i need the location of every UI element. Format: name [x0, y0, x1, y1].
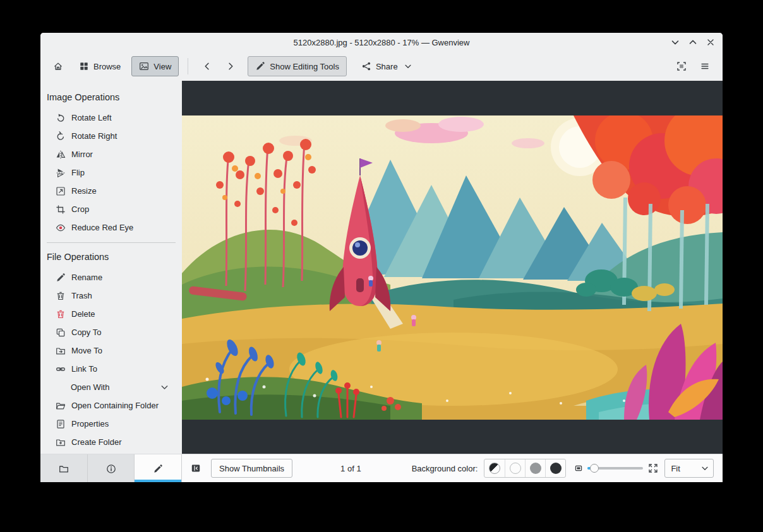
folder-icon — [59, 463, 69, 473]
window-controls — [670, 33, 716, 52]
chevron-down-icon — [160, 382, 169, 392]
sidebar-item-delete[interactable]: Delete — [40, 305, 182, 323]
tab-operations[interactable] — [135, 454, 182, 482]
browse-button[interactable]: Browse — [71, 56, 128, 76]
content-area: Image Operations Rotate Left Rotate Righ… — [40, 81, 723, 454]
background-color-group — [484, 459, 566, 478]
sidebar-item-flip[interactable]: Flip — [40, 163, 182, 182]
chevron-up-icon — [688, 37, 698, 47]
background-color-label: Background color: — [412, 464, 478, 473]
gwenview-window: 5120x2880.jpg - 5120x2880 - 17% — Gwenvi… — [40, 33, 723, 482]
browse-grid-icon — [79, 61, 89, 71]
tab-information[interactable] — [88, 454, 135, 482]
forward-button[interactable] — [220, 56, 241, 76]
menu-button[interactable] — [695, 56, 715, 76]
zoom-mode-value: Fit — [671, 464, 680, 473]
rotate-right-icon — [56, 131, 66, 141]
home-button[interactable] — [48, 56, 68, 76]
image-icon — [139, 61, 149, 71]
operations-sidebar: Image Operations Rotate Left Rotate Righ… — [40, 81, 182, 454]
sidebar-item-rotate-left[interactable]: Rotate Left — [40, 109, 182, 127]
sidebar-item-rotate-right[interactable]: Rotate Right — [40, 127, 182, 145]
folder-new-icon — [56, 437, 66, 447]
chevron-left-icon — [202, 61, 212, 71]
chevron-down-icon — [670, 37, 680, 47]
pencil-icon — [153, 463, 163, 473]
hamburger-icon — [700, 61, 710, 71]
sidebar-item-properties[interactable]: Properties — [40, 415, 182, 433]
toolbar-separator — [188, 58, 188, 74]
delete-icon — [56, 309, 66, 319]
bg-color-auto-swatch — [489, 463, 500, 474]
copy-icon — [56, 328, 66, 338]
statusbar: Show Thumbnails 1 of 1 Background color: — [182, 454, 723, 482]
panel-toggle-icon — [191, 463, 201, 473]
pencil-icon — [255, 61, 265, 71]
zoom-mode-select[interactable]: Fit — [664, 459, 714, 478]
properties-icon — [56, 419, 66, 429]
view-button[interactable]: View — [131, 56, 179, 76]
browse-label: Browse — [93, 62, 121, 71]
sidebar-item-move-to[interactable]: Move To — [40, 341, 182, 360]
mirror-icon — [56, 150, 66, 160]
window-title: 5120x2880.jpg - 5120x2880 - 17% — Gwenvi… — [294, 38, 470, 47]
show-thumbnails-button[interactable]: Show Thumbnails — [211, 459, 292, 478]
zoom-out-icon[interactable] — [574, 463, 584, 473]
page-indicator: 1 of 1 — [340, 464, 361, 473]
fit-view-button[interactable] — [671, 56, 692, 76]
view-label: View — [153, 62, 171, 71]
bg-color-dark-button[interactable] — [545, 459, 565, 477]
chevron-right-icon — [225, 61, 236, 71]
move-icon — [56, 346, 66, 356]
show-editing-tools-button[interactable]: Show Editing Tools — [248, 56, 347, 76]
maximize-button[interactable] — [687, 37, 699, 48]
sidebar-item-open-containing-folder[interactable]: Open Containing Folder — [40, 396, 182, 415]
sidebar-separator — [47, 242, 176, 243]
sidebar-item-link-to[interactable]: Link To — [40, 360, 182, 378]
sidebar-item-crop[interactable]: Crop — [40, 200, 182, 218]
main-toolbar: Browse View Show Editing Tools Share — [40, 52, 723, 81]
share-button[interactable]: Share — [354, 56, 420, 76]
image-view-canvas[interactable] — [182, 81, 723, 454]
tab-folders[interactable] — [40, 454, 88, 482]
file-operations-heading: File Operations — [40, 248, 182, 268]
sidebar-item-mirror[interactable]: Mirror — [40, 145, 182, 163]
back-button[interactable] — [197, 56, 217, 76]
share-label: Share — [376, 62, 398, 71]
fit-frame-icon — [676, 61, 687, 71]
rotate-left-icon — [56, 113, 66, 123]
sidebar-item-reduce-red-eye[interactable]: Reduce Red Eye — [40, 218, 182, 237]
zoom-fit-icon[interactable] — [648, 463, 658, 473]
share-icon — [361, 61, 371, 71]
sidebar-item-rename[interactable]: Rename — [40, 268, 182, 287]
folder-open-icon — [56, 401, 66, 411]
sidebar-item-create-folder[interactable]: Create Folder — [40, 433, 182, 451]
titlebar[interactable]: 5120x2880.jpg - 5120x2880 - 17% — Gwenvi… — [40, 33, 723, 52]
sidebar-item-open-with[interactable]: Open With — [40, 378, 182, 396]
info-icon — [106, 463, 116, 473]
flip-icon — [56, 168, 66, 178]
bg-color-light-swatch — [510, 463, 521, 474]
crop-icon — [56, 204, 66, 215]
zoom-slider[interactable] — [587, 462, 643, 475]
sidebar-item-copy-to[interactable]: Copy To — [40, 323, 182, 341]
home-icon — [53, 61, 63, 71]
sidebar-item-trash[interactable]: Trash — [40, 287, 182, 305]
close-button[interactable] — [705, 37, 716, 48]
image-artwork — [182, 115, 723, 420]
sidebar-item-resize[interactable]: Resize — [40, 182, 182, 200]
sidebar-tabs — [40, 454, 182, 482]
bg-color-light-button[interactable] — [505, 459, 525, 477]
zoom-slider-handle[interactable] — [590, 464, 599, 473]
trash-icon — [56, 291, 66, 301]
bg-color-auto-button[interactable] — [484, 459, 505, 477]
chevron-down-icon — [404, 62, 412, 71]
bg-color-gray-button[interactable] — [525, 459, 545, 477]
rename-icon — [56, 273, 66, 283]
resize-icon — [56, 186, 66, 196]
image-operations-heading: Image Operations — [40, 88, 182, 109]
toggle-sidebar-button[interactable] — [187, 459, 205, 477]
bg-color-gray-swatch — [530, 463, 541, 474]
close-icon — [706, 37, 716, 47]
minimize-button[interactable] — [670, 37, 681, 48]
